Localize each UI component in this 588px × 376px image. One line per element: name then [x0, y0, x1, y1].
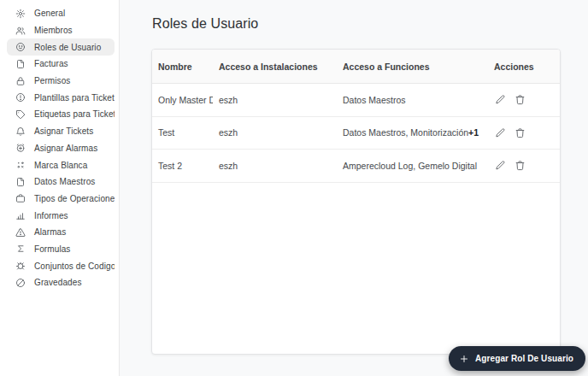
sidebar-item-label: Formulas [34, 244, 70, 254]
sidebar-item-etiquetas-para-tickets[interactable]: Etiquetas para Tickets [7, 106, 115, 123]
cell-acciones [488, 94, 560, 106]
edit-button[interactable] [494, 94, 506, 106]
sidebar-item-asignar-alarmas[interactable]: Asignar Alarmas [7, 140, 115, 157]
cell-acceso-funciones: Datos Maestros, Monitorización+1 [337, 127, 488, 138]
column-header-acciones: Acciones [488, 62, 560, 72]
trash-icon [514, 160, 526, 171]
table-row-only-master-data: Only Master DataeszhDatos Maestros [152, 84, 560, 117]
cell-acceso-instalaciones: eszh [213, 95, 337, 105]
sidebar-item-label: Gravedades [34, 278, 81, 287]
cell-acceso-instalaciones: eszh [213, 161, 337, 171]
funciones-overflow-badge: +1 [468, 127, 479, 138]
delete-button[interactable] [514, 160, 526, 172]
users-icon [15, 26, 26, 36]
sidebar-item-asignar-tickets[interactable]: Asignar Tickets [7, 123, 115, 140]
bell-icon [15, 126, 26, 137]
sidebar-item-general[interactable]: General [7, 5, 115, 22]
bug-icon [15, 261, 26, 271]
sidebar-item-gravedades[interactable]: Gravedades [7, 274, 115, 291]
cell-nombre: Test [152, 127, 213, 138]
sigma-icon [15, 244, 26, 254]
tag-icon [15, 109, 26, 120]
trash-icon [514, 94, 526, 105]
sidebar-item-label: Plantillas para Tickets [34, 93, 115, 103]
briefcase-icon [15, 193, 26, 203]
trash-icon [514, 127, 526, 138]
main-content: Roles de Usuario NombreAcceso a Instalac… [120, 0, 588, 376]
sidebar-item-label: Conjuntos de Codigos de Estac [34, 261, 115, 271]
table-header-row: NombreAcceso a InstalacionesAcceso a Fun… [152, 50, 560, 84]
delete-button[interactable] [514, 126, 526, 138]
account-circle-icon [15, 42, 26, 52]
sidebar-nav: GeneralMiembrosRoles de UsuarioFacturasP… [0, 5, 119, 291]
sidebar-item-miembros[interactable]: Miembros [7, 22, 115, 39]
sidebar-item-label: Marca Blanca [34, 161, 87, 170]
sidebar-item-informes[interactable]: Informes [7, 207, 115, 224]
cell-nombre: Test 2 [152, 161, 213, 171]
sidebar-item-label: General [34, 9, 65, 18]
column-header-acceso-a-instalaciones: Acceso a Instalaciones [213, 62, 337, 72]
sidebar-item-formulas[interactable]: Formulas [7, 241, 115, 258]
pencil-icon [495, 94, 506, 105]
sidebar-item-label: Asignar Alarmas [34, 144, 97, 153]
blocked-icon [15, 278, 26, 288]
sidebar-item-label: Tipos de Operaciones [34, 194, 115, 203]
table-row-test: TesteszhDatos Maestros, Monitorización+1 [152, 117, 560, 150]
edit-button[interactable] [494, 160, 506, 172]
bar-chart-icon [15, 210, 26, 220]
cell-acciones [488, 126, 560, 138]
pencil-icon [495, 160, 506, 171]
sidebar-item-tipos-de-operaciones[interactable]: Tipos de Operaciones [7, 191, 115, 208]
file-icon [15, 59, 26, 69]
page-title: Roles de Usuario [152, 16, 258, 32]
sidebar-item-label: Roles de Usuario [34, 43, 101, 52]
cell-acciones [488, 160, 560, 172]
column-header-nombre: Nombre [152, 62, 213, 72]
sidebar-item-marca-blanca[interactable]: Marca Blanca [7, 156, 115, 173]
sidebar-item-permisos[interactable]: Permisos [7, 73, 115, 90]
sidebar-item-label: Datos Maestros [34, 177, 95, 186]
sidebar-item-datos-maestros[interactable]: Datos Maestros [7, 173, 115, 191]
sidebar-item-label: Permisos [34, 76, 70, 85]
add-user-role-button-label: Agregar Rol De Usuario [475, 354, 573, 363]
alert-circle-icon [15, 92, 26, 103]
column-header-acceso-a-funciones: Acceso a Funciones [337, 62, 488, 72]
warning-triangle-icon [15, 227, 26, 238]
sidebar-item-conjuntos-de-codigos-de-estac[interactable]: Conjuntos de Codigos de Estac [7, 257, 115, 274]
cell-acceso-funciones: Amperecloud Log, Gemelo Digital [337, 161, 488, 171]
cell-nombre: Only Master Data [152, 95, 213, 105]
sidebar-item-alarmas[interactable]: Alarmas [7, 224, 115, 241]
sidebar-item-label: Informes [34, 211, 68, 220]
alarm-clock-icon [15, 143, 26, 153]
pencil-icon [495, 127, 506, 138]
cell-acceso-instalaciones: eszh [213, 127, 337, 138]
add-user-role-button[interactable]: Agregar Rol De Usuario [449, 346, 585, 371]
sidebar-item-label: Miembros [34, 26, 73, 35]
plus-icon [459, 354, 469, 364]
delete-button[interactable] [514, 94, 526, 106]
gear-icon [15, 9, 26, 19]
edit-button[interactable] [494, 126, 506, 138]
roles-table-card: NombreAcceso a InstalacionesAcceso a Fun… [151, 49, 561, 355]
cell-acceso-funciones: Datos Maestros [337, 95, 488, 105]
sidebar-item-roles-de-usuario[interactable]: Roles de Usuario [7, 38, 115, 56]
sidebar-item-plantillas-para-tickets[interactable]: Plantillas para Tickets [7, 89, 115, 106]
lock-icon [15, 76, 26, 86]
sidebar-item-label: Asignar Tickets [34, 126, 93, 136]
sidebar: GeneralMiembrosRoles de UsuarioFacturasP… [0, 0, 120, 376]
dots-grid-icon [15, 160, 26, 170]
table-row-test-2: Test 2eszhAmperecloud Log, Gemelo Digita… [152, 150, 560, 183]
sidebar-item-label: Facturas [34, 59, 68, 68]
sidebar-item-label: Alarmas [34, 227, 66, 237]
sidebar-item-facturas[interactable]: Facturas [7, 56, 115, 73]
table-body: Only Master DataeszhDatos MaestrosTestes… [152, 84, 560, 183]
sidebar-item-label: Etiquetas para Tickets [34, 109, 115, 119]
file-icon [15, 177, 26, 187]
